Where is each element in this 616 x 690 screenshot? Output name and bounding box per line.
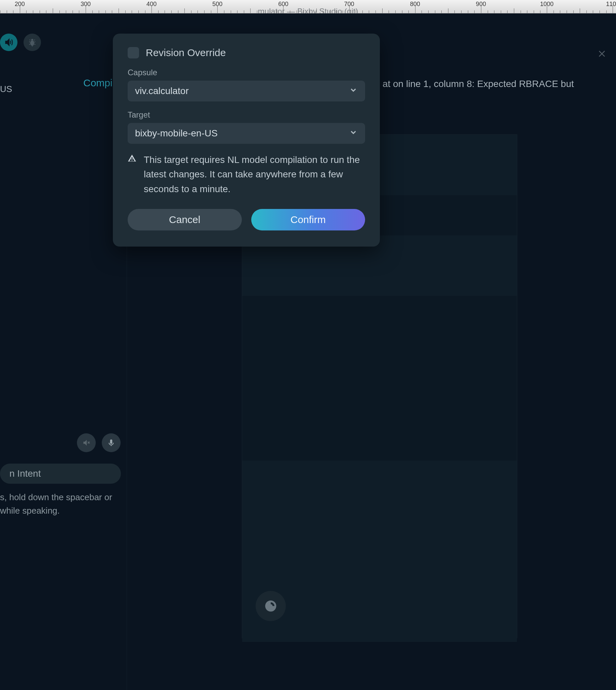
preview-shade [242, 460, 517, 642]
ruler-tick [580, 8, 580, 13]
ruler-tick [382, 8, 382, 13]
ruler-tick [231, 10, 231, 13]
svg-point-0 [30, 40, 34, 46]
chevron-down-icon [349, 128, 358, 139]
ruler-tick [125, 10, 126, 13]
ruler-tick [468, 10, 468, 13]
intent-input[interactable]: n Intent [0, 463, 121, 484]
ruler-tick [488, 10, 488, 13]
chevron-down-icon [349, 86, 358, 97]
ruler-tick [0, 10, 0, 13]
ruler-tick [164, 10, 165, 13]
ruler-tick [501, 10, 501, 13]
ruler-label: 500 [212, 1, 222, 8]
hint-text: s, hold down the spacebar or while speak… [0, 491, 124, 518]
ruler-tick [599, 10, 600, 13]
ruler-tick [224, 10, 224, 13]
revision-override-label: Revision Override [146, 47, 226, 59]
ruler-tick [316, 8, 317, 13]
speaker-muted-icon[interactable] [77, 433, 96, 452]
ruler-tick [53, 8, 53, 13]
ruler-tick [362, 10, 363, 13]
locale-label: US [0, 84, 12, 94]
ruler-tick [191, 10, 192, 13]
ruler-label: 1000 [540, 1, 553, 8]
ruler-tick [336, 10, 336, 13]
ruler-label: 700 [344, 1, 354, 8]
ruler-tick [211, 10, 211, 13]
ruler-tick [99, 10, 99, 13]
ruler-tick [7, 10, 7, 13]
ruler-tick [178, 10, 178, 13]
ruler-tick [138, 10, 139, 13]
ruler-tick [356, 10, 356, 13]
ruler-tick [112, 10, 112, 13]
ruler-tick [375, 10, 376, 13]
ruler-tick [606, 10, 607, 13]
revision-override-checkbox[interactable] [128, 47, 139, 59]
ruler-tick [72, 10, 73, 13]
ruler-tick [330, 10, 330, 13]
ruler-tick [448, 8, 448, 13]
audio-controls [0, 433, 120, 452]
ruler-tick [264, 10, 264, 13]
ruler-tick [474, 10, 475, 13]
ruler-tick [428, 10, 428, 13]
ruler-tick [369, 10, 369, 13]
pixel-ruler: 20030040050060070080090010001100 [0, 0, 616, 14]
ruler-tick [250, 8, 250, 13]
compile-modal: Revision Override Capsule viv.calculator… [113, 34, 380, 246]
app-area: US Compil r: at on line 1, column 8: Exp… [0, 14, 616, 690]
ruler-tick [33, 10, 33, 13]
warning-icon [128, 152, 138, 196]
ruler-tick [534, 10, 534, 13]
confirm-button[interactable]: Confirm [251, 209, 366, 231]
ruler-tick [303, 10, 303, 13]
modal-buttons: Cancel Confirm [128, 209, 365, 231]
ruler-tick [461, 10, 462, 13]
ruler-label: 900 [476, 1, 486, 8]
sound-button[interactable] [0, 34, 18, 51]
ruler-tick [323, 10, 323, 13]
ruler-tick [237, 10, 238, 13]
ruler-tick [270, 10, 270, 13]
ruler-tick [560, 10, 560, 13]
ruler-label: 800 [410, 1, 420, 8]
left-strip [0, 34, 44, 51]
ruler-tick [145, 10, 146, 13]
target-select[interactable]: bixby-mobile-en-US [128, 123, 365, 144]
ruler-tick [514, 8, 514, 13]
ruler-tick [257, 10, 257, 13]
ruler-label: 300 [81, 1, 91, 8]
ruler-tick [118, 8, 119, 13]
ruler-tick [343, 10, 343, 13]
ruler-tick [409, 10, 409, 13]
ruler-tick [441, 10, 442, 13]
microphone-icon[interactable] [102, 433, 120, 452]
ruler-tick [540, 10, 541, 13]
ruler-tick [395, 10, 396, 13]
left-panel: n Intent s, hold down the spacebar or wh… [0, 101, 127, 690]
ruler-tick [435, 10, 435, 13]
ruler-tick [290, 10, 290, 13]
ruler-tick [204, 10, 204, 13]
ruler-tick [455, 10, 455, 13]
ruler-tick [132, 10, 132, 13]
ruler-tick [553, 10, 554, 13]
ruler-tick [521, 10, 521, 13]
ruler-tick [277, 10, 277, 13]
ruler-tick [26, 10, 26, 13]
compile-link[interactable]: Compil [83, 77, 114, 89]
bixby-orb[interactable] [256, 591, 286, 621]
bug-button[interactable] [23, 34, 41, 51]
capsule-select[interactable]: viv.calculator [128, 81, 365, 102]
ruler-tick [106, 10, 106, 13]
close-icon[interactable] [595, 47, 609, 61]
ruler-tick [184, 8, 185, 13]
target-value: bixby-mobile-en-US [135, 128, 218, 139]
ruler-label: 1100 [606, 1, 616, 8]
ruler-label: 400 [147, 1, 156, 8]
ruler-tick [593, 10, 593, 13]
ruler-tick [158, 10, 158, 13]
cancel-button[interactable]: Cancel [128, 209, 242, 231]
